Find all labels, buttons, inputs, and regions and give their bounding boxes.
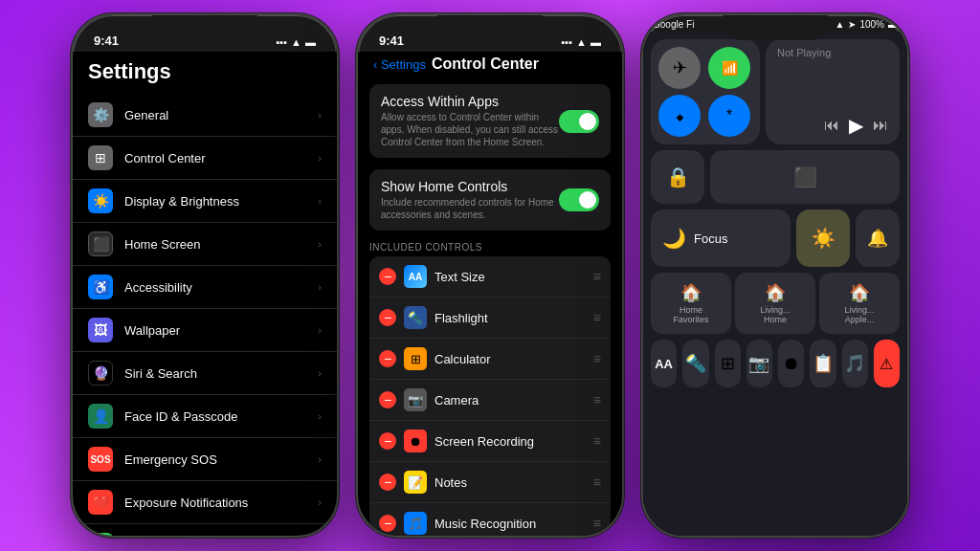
cc-settings-screen: ‹ Settings Control Center Access Within … [358, 52, 622, 536]
prev-track-button[interactable]: ⏮ [824, 117, 839, 134]
moon-icon: 🌙 [662, 227, 686, 250]
control-text-size[interactable]: − AA Text Size ≡ [369, 256, 611, 298]
cc-top-row: ✈ 📶 ⬥ * Not Playing ⏮ ▶ ⏭ [651, 39, 900, 144]
settings-item-general[interactable]: ⚙️ General › [73, 94, 337, 137]
settings-title: Settings [73, 52, 337, 94]
accessibility-chevron: › [318, 281, 322, 293]
home-fav-label: HomeFavorites [673, 305, 708, 324]
next-track-button[interactable]: ⏭ [873, 117, 888, 134]
back-button[interactable]: ‹ Settings [373, 57, 426, 72]
living-home-button[interactable]: 🏠 Living...Home [735, 273, 815, 334]
remove-flashlight[interactable]: − [379, 309, 396, 326]
settings-item-faceid[interactable]: 👤 Face ID & Passcode › [73, 395, 337, 438]
screen-mirror-button[interactable]: ⬛ [710, 150, 900, 204]
status-time-2: 9:41 [379, 33, 404, 48]
phone-cc-ui: Google Fi ▲ ➤ 100% ▬ ✈ 📶 ⬥ * [641, 13, 909, 538]
mute-button[interactable]: 🔔 [856, 209, 900, 267]
access-within-apps-section: Access Within Apps Allow access to Contr… [369, 84, 611, 158]
settings-item-home-screen[interactable]: ⬛ Home Screen › [73, 223, 337, 266]
brightness-button[interactable]: ☀️ [796, 209, 850, 267]
settings-item-emergency[interactable]: SOS Emergency SOS › [73, 438, 337, 481]
calculator-label: Calculator [434, 352, 593, 366]
control-notes[interactable]: − 📝 Notes ≡ [369, 462, 611, 503]
portrait-lock-button[interactable]: 🔒 [651, 150, 704, 204]
settings-item-battery[interactable]: 🔋 Battery › [73, 524, 337, 536]
drag-camera[interactable]: ≡ [593, 392, 601, 408]
living-home-label: Living...Home [760, 305, 790, 324]
display-icon: ☀️ [88, 188, 113, 213]
screen-rec-label: Screen Recording [434, 434, 593, 449]
settings-item-control-center[interactable]: ⊞ Control Center › [73, 137, 337, 180]
text-size-cc-button[interactable]: AA [651, 340, 677, 387]
faceid-label: Face ID & Passcode [124, 409, 318, 424]
show-home-controls-row: Show Home Controls Include recommended c… [381, 169, 599, 231]
living-apple-icon: 🏠 [849, 282, 870, 303]
access-within-apps-toggle[interactable] [559, 110, 599, 133]
settings-item-exposure[interactable]: ❤️ Exposure Notifications › [73, 481, 337, 524]
cc-ui-content: ✈ 📶 ⬥ * Not Playing ⏮ ▶ ⏭ [643, 32, 907, 536]
control-screen-recording[interactable]: − ⏺ Screen Recording ≡ [369, 421, 611, 462]
bluetooth-button[interactable]: * [708, 95, 750, 137]
screen-rec-icon: ⏺ [404, 430, 427, 452]
remove-calculator[interactable]: − [379, 350, 396, 367]
control-music-recognition[interactable]: − 🎵 Music Recognition ≡ [369, 503, 611, 536]
focus-button[interactable]: 🌙 Focus [651, 209, 791, 267]
settings-list: ⚙️ General › ⊞ Control Center › ☀️ Displ… [73, 94, 337, 536]
emergency-icon: SOS [88, 447, 113, 472]
drag-calculator[interactable]: ≡ [593, 351, 601, 366]
home-favorites-button[interactable]: 🏠 HomeFavorites [651, 273, 731, 334]
play-button[interactable]: ▶ [849, 114, 863, 137]
show-home-controls-section: Show Home Controls Include recommended c… [369, 169, 611, 231]
wifi-status: ▲ [835, 19, 845, 30]
cc-nav: ‹ Settings Control Center [358, 52, 622, 80]
status-icons-2: ▪▪▪ ▲ ▬ [561, 36, 601, 48]
settings-item-accessibility[interactable]: ♿ Accessibility › [73, 266, 337, 309]
clipboard-cc-button[interactable]: 📋 [810, 340, 835, 387]
notch-3 [723, 15, 828, 40]
remove-music-rec[interactable]: − [379, 515, 396, 532]
settings-item-siri[interactable]: 🔮 Siri & Search › [73, 352, 337, 395]
remove-text-size[interactable]: − [379, 268, 396, 285]
accessibility-label: Accessibility [124, 280, 318, 295]
settings-item-wallpaper[interactable]: 🖼 Wallpaper › [73, 309, 337, 352]
cc-row2: 🔒 ⬛ [651, 150, 900, 204]
cc-connectivity-grid: ✈ 📶 ⬥ * [651, 39, 760, 144]
notch [152, 15, 257, 40]
notch-2 [437, 15, 543, 40]
airplane-mode-button[interactable]: ✈ [658, 47, 701, 89]
shazam-cc-button[interactable]: 🎵 [842, 340, 868, 387]
access-within-apps-row: Access Within Apps Allow access to Contr… [381, 84, 599, 158]
drag-notes[interactable]: ≡ [593, 474, 601, 490]
living-apple-button[interactable]: 🏠 Living...Apple... [819, 273, 900, 334]
control-flashlight[interactable]: − 🔦 Flashlight ≡ [369, 298, 611, 339]
home-screen-label: Home Screen [124, 237, 318, 252]
wifi-button[interactable]: ⬥ [658, 95, 701, 137]
battery-settings-icon: 🔋 [88, 533, 113, 536]
drag-text-size[interactable]: ≡ [593, 269, 601, 284]
drag-screen-rec[interactable]: ≡ [593, 433, 601, 449]
music-rec-label: Music Recognition [434, 517, 593, 531]
camera-cc-button[interactable]: 📷 [746, 340, 772, 387]
record-cc-button[interactable]: ⏺ [778, 340, 804, 387]
siri-label: Siri & Search [124, 366, 318, 381]
settings-item-display[interactable]: ☀️ Display & Brightness › [73, 180, 337, 223]
calculator-cc-button[interactable]: ⊞ [715, 340, 741, 387]
flashlight-cc-button[interactable]: 🔦 [682, 340, 708, 387]
wallpaper-label: Wallpaper [124, 323, 318, 338]
music-rec-icon: 🎵 [404, 512, 427, 535]
alert-cc-button[interactable]: ⚠ [874, 340, 900, 387]
calculator-icon: ⊞ [404, 347, 427, 370]
drag-music-rec[interactable]: ≡ [593, 516, 601, 531]
exposure-chevron: › [318, 496, 322, 508]
battery-icon-3: ▬ [888, 19, 898, 30]
battery-icon-2: ▬ [590, 36, 601, 48]
cellular-button[interactable]: 📶 [708, 47, 750, 89]
control-camera[interactable]: − 📷 Camera ≡ [369, 380, 611, 421]
remove-notes[interactable]: − [379, 474, 396, 491]
remove-screen-recording[interactable]: − [379, 432, 396, 450]
remove-camera[interactable]: − [379, 391, 396, 408]
show-home-controls-toggle[interactable] [559, 188, 599, 211]
drag-flashlight[interactable]: ≡ [593, 310, 601, 325]
control-calculator[interactable]: − ⊞ Calculator ≡ [369, 339, 611, 380]
siri-icon: 🔮 [88, 361, 113, 386]
